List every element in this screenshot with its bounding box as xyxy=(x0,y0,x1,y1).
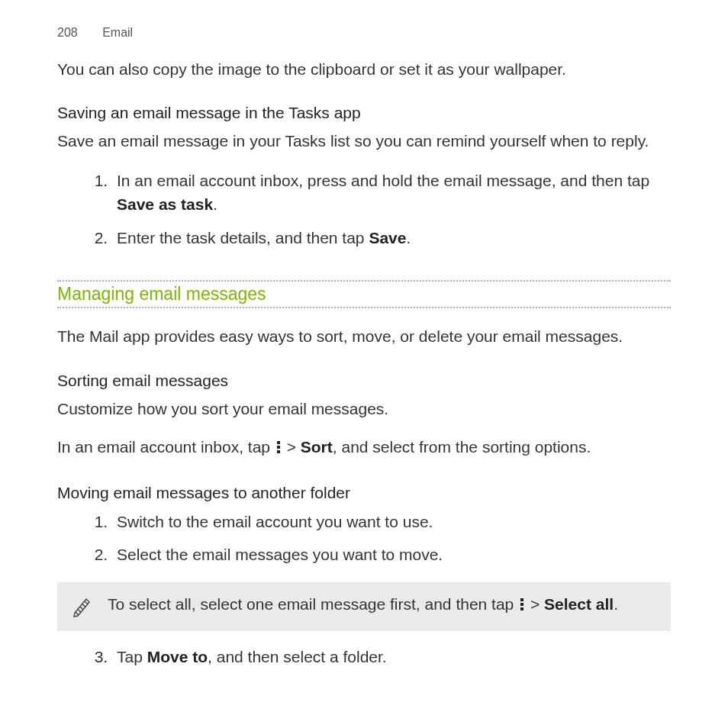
tasks-desc: Save an email message in your Tasks list… xyxy=(57,130,671,153)
tasks-heading: Saving an email message in the Tasks app xyxy=(57,104,671,122)
move-step-2: Select the email messages you want to mo… xyxy=(112,543,671,567)
sort-label: Sort xyxy=(301,438,333,456)
overflow-menu-icon xyxy=(520,594,524,617)
text: > xyxy=(526,595,544,613)
svg-rect-8 xyxy=(520,598,523,601)
text: To select all, select one email message … xyxy=(108,595,518,613)
move-steps-cont: Tap Move to, and then select a folder. xyxy=(57,645,671,669)
overflow-menu-icon xyxy=(276,437,281,460)
header-section: Email xyxy=(102,26,133,39)
save-label: Save xyxy=(369,229,406,246)
svg-rect-10 xyxy=(520,607,523,610)
svg-line-4 xyxy=(78,609,81,612)
note-box: To select all, select one email message … xyxy=(57,582,671,631)
tasks-steps: In an email account inbox, press and hol… xyxy=(57,169,671,250)
tasks-step-2: Enter the task details, and then tap Sav… xyxy=(112,226,671,250)
move-step-1: Switch to the email account you want to … xyxy=(112,510,671,534)
sort-instruction: In an email account inbox, tap > Sort, a… xyxy=(57,436,671,460)
text: , and then select a folder. xyxy=(208,648,387,665)
tasks-step-1: In an email account inbox, press and hol… xyxy=(112,169,671,217)
text: . xyxy=(213,195,217,213)
move-steps: Switch to the email account you want to … xyxy=(57,510,671,567)
svg-line-6 xyxy=(82,604,85,607)
managing-heading: Managing email messages xyxy=(57,280,671,308)
manual-page: 208 Email You can also copy the image to… xyxy=(0,0,728,728)
text: . xyxy=(614,595,618,613)
sort-heading: Sorting email messages xyxy=(57,372,671,390)
note-text: To select all, select one email message … xyxy=(108,593,657,617)
text: Tap xyxy=(117,648,147,665)
svg-line-3 xyxy=(76,612,79,615)
svg-rect-1 xyxy=(277,446,280,449)
svg-line-7 xyxy=(85,601,88,604)
page-number: 208 xyxy=(57,26,78,39)
text: Enter the task details, and then tap xyxy=(117,229,369,246)
text: , and select from the sorting options. xyxy=(333,438,591,456)
svg-line-5 xyxy=(80,607,83,610)
sort-desc: Customize how you sort your email messag… xyxy=(57,398,671,420)
svg-rect-2 xyxy=(277,450,280,453)
svg-rect-9 xyxy=(520,603,523,606)
text: In an email account inbox, press and hol… xyxy=(117,172,649,189)
page-header: 208 Email xyxy=(57,26,671,40)
move-heading: Moving email messages to another folder xyxy=(57,484,671,502)
move-step-3: Tap Move to, and then select a folder. xyxy=(112,645,671,669)
intro-paragraph: You can also copy the image to the clipb… xyxy=(57,58,671,81)
text: . xyxy=(406,229,411,246)
text: > xyxy=(282,438,301,456)
svg-rect-0 xyxy=(277,441,280,444)
select-all-label: Select all xyxy=(544,595,614,613)
text: In an email account inbox, tap xyxy=(57,438,275,456)
save-as-task-label: Save as task xyxy=(117,195,213,213)
move-to-label: Move to xyxy=(147,648,208,665)
pencil-icon xyxy=(71,593,95,620)
managing-desc: The Mail app provides easy ways to sort,… xyxy=(57,325,671,348)
